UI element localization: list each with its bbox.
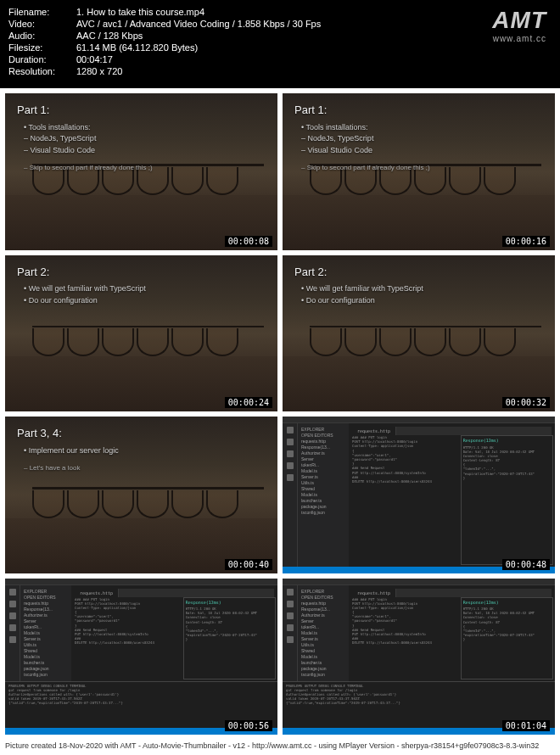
slide-bullet: • Do our configuration (17, 295, 146, 307)
explorer-item[interactable]: Authorizer.ts (24, 612, 68, 618)
terminal-line: {"valid":true,"expirationTime":"2019-07-… (286, 701, 552, 705)
activity-icon[interactable] (9, 589, 16, 596)
activity-icon[interactable] (287, 589, 294, 596)
explorer-item[interactable]: Authorizer.ts (301, 612, 345, 618)
explorer-item[interactable]: Model.ts (301, 492, 345, 498)
filename-label: Filename: (8, 7, 68, 17)
activity-icon[interactable] (287, 612, 294, 619)
explorer-item[interactable]: Model.ts (301, 630, 345, 636)
explorer-item[interactable]: Shared (301, 486, 345, 492)
slide-bullet: – NodeJs, TypeScript (294, 133, 430, 145)
explorer-item[interactable]: package.json (24, 666, 68, 672)
explorer-item[interactable]: requests.http (24, 601, 68, 607)
activity-icon[interactable] (9, 612, 16, 619)
thumbnail-timestamp: 00:00:08 (225, 236, 272, 247)
explorer-item[interactable]: Utils.ts (301, 642, 345, 648)
explorer-item[interactable]: OPEN EDITORS (24, 595, 68, 601)
activity-icon[interactable] (9, 601, 16, 607)
slide-text: Part 1:• Tools installations:– NodeJs, T… (294, 102, 430, 173)
thumbnail-3: Part 2:• We will get familiar with TypeS… (5, 255, 277, 412)
vscode-editor[interactable]: requests.http### ### PUT loginPOST http:… (349, 423, 555, 567)
http-response-panel: Response(13ms)HTTP/1.1 200 OKDate: Sat, … (461, 435, 553, 565)
explorer-item[interactable]: Server (301, 456, 345, 462)
explorer-item[interactable]: Server.ts (301, 474, 345, 480)
http-response-panel: Response(13ms)HTTP/1.1 200 OKDate: Sat, … (183, 597, 276, 680)
explorer-item[interactable]: requests.http (301, 439, 345, 445)
vscode-editor[interactable]: requests.http### ### PUT loginPOST http:… (349, 585, 555, 681)
editor-tab[interactable]: requests.http (352, 427, 396, 435)
audio-value: AAC / 128 Kbps (76, 31, 321, 41)
explorer-item[interactable]: Model.ts (24, 654, 68, 660)
explorer-item[interactable]: launcher.ts (24, 660, 68, 666)
editor-tab[interactable]: requests.http (75, 589, 119, 597)
explorer-item[interactable]: Authorizer.ts (301, 450, 345, 456)
explorer-item[interactable]: tsconfig.json (301, 510, 345, 516)
thumbnail-7: EXPLOREROPEN EDITORSrequests.httpRespons… (5, 579, 277, 735)
explorer-item[interactable]: package.json (301, 504, 345, 510)
explorer-item[interactable]: tokenRi... (301, 462, 345, 468)
terminal-line: {"valid":true,"expirationTime":"2019-07-… (8, 701, 274, 705)
vscode-activity-bar (283, 585, 298, 681)
thumbnail-2: Part 1:• Tools installations:– NodeJs, T… (283, 93, 555, 250)
vscode-explorer: EXPLOREROPEN EDITORSrequests.httpRespons… (298, 585, 349, 681)
explorer-item[interactable]: tokenRi... (301, 624, 345, 630)
slide-title: Part 1: (294, 102, 430, 119)
explorer-item[interactable]: Shared (301, 648, 345, 654)
explorer-item[interactable]: launcher.ts (301, 498, 345, 504)
vscode-explorer: EXPLOREROPEN EDITORSrequests.httpRespons… (298, 423, 349, 567)
slide-note: – Let's have a look (17, 463, 119, 473)
explorer-item[interactable]: OPEN EDITORS (301, 595, 345, 601)
response-line: } (186, 637, 273, 641)
activity-icon[interactable] (287, 474, 294, 481)
activity-icon[interactable] (287, 439, 294, 445)
editor-tab[interactable]: requests.http (352, 589, 396, 597)
video-value: AVC / avc1 / Advanced Video Coding / 1.8… (76, 19, 321, 29)
slide-title: Part 3, 4: (17, 425, 119, 442)
explorer-item[interactable]: tokenRi... (24, 624, 68, 630)
filesize-value: 61.14 MB (64.112.820 Bytes) (76, 42, 321, 53)
explorer-item[interactable]: Shared (24, 648, 68, 654)
filesize-label: Filesize: (8, 42, 68, 53)
explorer-item[interactable]: tsconfig.json (301, 672, 345, 678)
explorer-item[interactable]: requests.http (301, 601, 345, 607)
explorer-item[interactable]: Model.ts (24, 630, 68, 636)
audio-label: Audio: (8, 31, 68, 41)
explorer-item[interactable]: Utils.ts (301, 480, 345, 486)
activity-icon[interactable] (9, 624, 16, 631)
explorer-item[interactable]: launcher.ts (301, 660, 345, 666)
activity-icon[interactable] (287, 462, 294, 469)
activity-icon[interactable] (287, 427, 294, 433)
footer-credit: Picture created 18-Nov-2020 with AMT - A… (0, 740, 560, 752)
thumbnail-timestamp: 00:00:48 (502, 559, 550, 570)
thumbnail-timestamp: 00:00:16 (502, 236, 550, 247)
activity-icon[interactable] (287, 601, 294, 607)
explorer-item[interactable]: Model.ts (301, 468, 345, 474)
explorer-item[interactable]: Model.ts (301, 654, 345, 660)
slide-title: Part 2: (294, 264, 423, 281)
explorer-item[interactable]: Utils.ts (24, 642, 68, 648)
vscode-activity-bar (5, 585, 20, 681)
explorer-item[interactable]: OPEN EDITORS (301, 433, 345, 439)
vscode-explorer: EXPLOREROPEN EDITORSrequests.httpRespons… (20, 585, 71, 681)
response-header: Response(13ms) (186, 600, 273, 606)
filename-value: 1. How to take this course.mp4 (76, 7, 321, 17)
slide-title: Part 1: (17, 102, 153, 119)
explorer-item[interactable]: Response(13... (301, 445, 345, 450)
slide-bullet: – Visual Studio Code (294, 145, 430, 157)
activity-icon[interactable] (9, 636, 16, 643)
explorer-title: EXPLORER (24, 589, 68, 595)
activity-icon[interactable] (287, 450, 294, 457)
explorer-item[interactable]: Server.ts (24, 636, 68, 642)
explorer-item[interactable]: Server (301, 618, 345, 624)
explorer-item[interactable]: Response(13... (24, 607, 68, 612)
explorer-item[interactable]: Server (24, 618, 68, 624)
explorer-item[interactable]: Response(13... (301, 607, 345, 612)
vscode-editor[interactable]: requests.http### ### PUT loginPOST http:… (71, 585, 277, 681)
explorer-item[interactable]: Server.ts (301, 636, 345, 642)
explorer-item[interactable]: tsconfig.json (24, 672, 68, 678)
slide-bullet: • We will get familiar with TypeScript (294, 283, 423, 295)
explorer-item[interactable]: package.json (301, 666, 345, 672)
activity-icon[interactable] (287, 624, 294, 631)
thumbnail-timestamp: 00:00:32 (502, 397, 550, 408)
activity-icon[interactable] (287, 636, 294, 643)
